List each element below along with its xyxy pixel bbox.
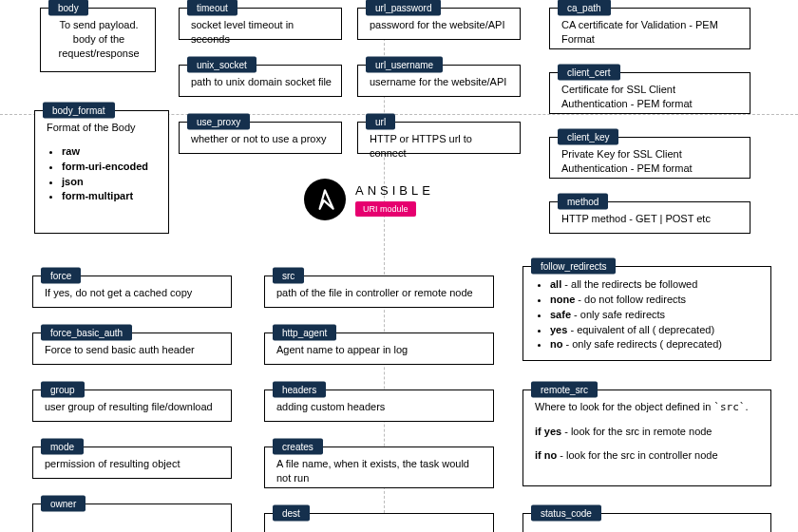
card-dest: dest	[264, 513, 494, 532]
tag-ca-path: ca_path	[558, 0, 611, 16]
tag-dest: dest	[273, 505, 310, 522]
tag-http-agent: http_agent	[273, 325, 336, 341]
ansible-logo: ANSIBLE URI module	[304, 179, 434, 220]
list-follow-redirects: all - all the redirects be followednone …	[535, 277, 761, 352]
card-method: method HTTP method - GET | POST etc	[549, 201, 750, 234]
tag-body: body	[48, 0, 88, 16]
li: none - do not follow redirects	[550, 293, 761, 307]
logo-name: ANSIBLE	[355, 183, 434, 198]
card-headers: headers adding custom headers	[264, 390, 494, 422]
li: raw	[62, 144, 159, 159]
para: if no - look for the src in controller n…	[535, 448, 761, 463]
para: if yes - look for the src in remote node	[535, 425, 761, 439]
li: json	[62, 175, 159, 189]
li: form-multipart	[62, 189, 159, 203]
tag-creates: creates	[273, 439, 323, 455]
tag-body-format: body_format	[43, 103, 115, 119]
text-remote-src: Where to look for the object defined in …	[523, 390, 770, 480]
tag-group: group	[41, 382, 85, 398]
card-owner: owner	[32, 504, 232, 532]
card-url-password: url_password password for the website/AP…	[357, 8, 521, 40]
list-body-format: raw form-uri-encoded json form-multipart	[47, 144, 159, 203]
tag-timeout: timeout	[187, 0, 238, 16]
tag-status-code: status_code	[531, 505, 601, 522]
li: form-uri-encoded	[62, 160, 159, 174]
card-timeout: timeout socket level timeout in seconds	[179, 8, 342, 40]
tag-url-username: url_username	[366, 57, 443, 73]
tag-remote-src: remote_src	[531, 382, 598, 398]
card-ca-path: ca_path CA certificate for Validation - …	[549, 8, 750, 49]
tag-src: src	[273, 268, 304, 284]
tag-force: force	[41, 268, 81, 284]
card-client-key: client_key Private Key for SSL Client Au…	[549, 137, 750, 179]
li: safe - only safe redirects	[550, 308, 761, 322]
card-creates: creates A file name, when it exists, the…	[264, 446, 494, 488]
tag-client-key: client_key	[558, 129, 618, 145]
tag-use-proxy: use_proxy	[187, 114, 250, 130]
card-remote-src: remote_src Where to look for the object …	[522, 390, 771, 486]
card-body: body To send payload. body of the reques…	[40, 8, 156, 72]
tag-owner: owner	[41, 496, 86, 512]
tag-follow-redirects: follow_redirects	[531, 258, 616, 275]
card-unix-socket: unix_socket path to unix domain socket f…	[179, 65, 342, 97]
tag-force-basic-auth: force_basic_auth	[41, 325, 132, 341]
li: all - all the redirects be followed	[550, 277, 761, 292]
tag-url: url	[366, 114, 395, 130]
text-body-format: Format of the Body	[47, 121, 159, 135]
card-body-format: body_format Format of the Body raw form-…	[34, 110, 169, 234]
tag-url-password: url_password	[366, 0, 441, 16]
logo-badge: URI module	[355, 201, 416, 217]
card-force-basic-auth: force_basic_auth Force to send basic aut…	[32, 332, 232, 365]
text-body: To send payload. body of the request/res…	[41, 9, 155, 68]
tag-method: method	[558, 194, 608, 210]
ansible-icon	[304, 179, 346, 220]
li: yes - equivalent of all ( deprecated)	[550, 323, 761, 337]
card-force: force If yes, do not get a cached copy	[32, 276, 232, 308]
li: no - only safe redirects ( deprecated)	[550, 337, 761, 352]
card-client-cert: client_cert Certificate for SSL Client A…	[549, 72, 750, 114]
card-follow-redirects: follow_redirects all - all the redirects…	[522, 266, 771, 361]
card-mode: mode permission of resulting object	[32, 446, 232, 479]
card-group: group user group of resulting file/downl…	[32, 390, 232, 422]
card-url-username: url_username username for the website/AP…	[357, 65, 521, 97]
para: Where to look for the object defined in …	[535, 400, 761, 415]
tag-mode: mode	[41, 439, 84, 455]
card-use-proxy: use_proxy whether or not to use a proxy	[179, 122, 342, 154]
tag-unix-socket: unix_socket	[187, 57, 256, 73]
tag-client-cert: client_cert	[558, 65, 620, 81]
tag-headers: headers	[273, 382, 326, 398]
card-url: url HTTP or HTTPS url to connect	[357, 122, 521, 154]
card-http-agent: http_agent Agent name to appear in log	[264, 332, 494, 365]
card-status-code: status_code	[522, 513, 771, 532]
card-src: src path of the file in controller or re…	[264, 276, 494, 308]
